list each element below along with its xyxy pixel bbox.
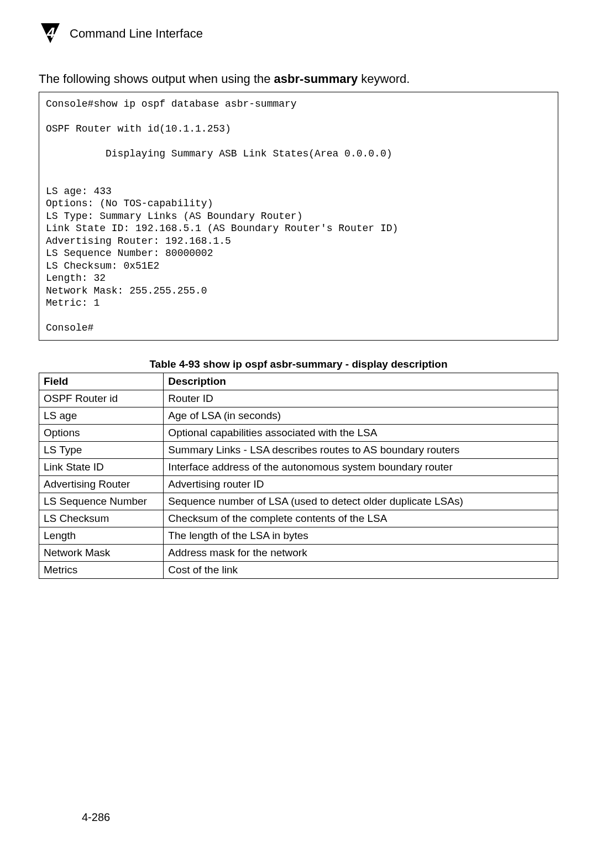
table-cell-field: LS Checksum	[39, 510, 164, 527]
table-cell-description: Sequence number of LSA (used to detect o…	[164, 493, 558, 510]
table-header-description: Description	[164, 373, 558, 390]
description-table: Field Description OSPF Router id Router …	[39, 373, 558, 579]
intro-keyword: asbr-summary	[274, 72, 358, 86]
table-row: Link State ID Interface address of the a…	[39, 458, 558, 475]
table-cell-field: OSPF Router id	[39, 390, 164, 407]
intro-prefix: The following shows output when using th…	[39, 72, 274, 86]
table-row: LS Sequence Number Sequence number of LS…	[39, 493, 558, 510]
table-row: Advertising Router Advertising router ID	[39, 475, 558, 493]
table-cell-field: Metrics	[39, 561, 164, 578]
table-cell-field: LS Type	[39, 441, 164, 458]
table-row: Options Optional capabilities associated…	[39, 424, 558, 441]
table-row: Network Mask Address mask for the networ…	[39, 544, 558, 561]
table-cell-description: Router ID	[164, 390, 558, 407]
table-cell-field: Link State ID	[39, 458, 164, 475]
table-row: Metrics Cost of the link	[39, 561, 558, 578]
table-cell-field: LS Sequence Number	[39, 493, 164, 510]
table-cell-field: Options	[39, 424, 164, 441]
table-cell-description: Age of LSA (in seconds)	[164, 407, 558, 424]
table-row: LS Type Summary Links - LSA describes ro…	[39, 441, 558, 458]
header-title: Command Line Interface	[70, 27, 203, 41]
table-header-field: Field	[39, 373, 164, 390]
table-row: OSPF Router id Router ID	[39, 390, 558, 407]
intro-suffix: keyword.	[358, 72, 410, 86]
console-output: Console#show ip ospf database asbr-summa…	[39, 92, 558, 341]
intro-text: The following shows output when using th…	[39, 72, 558, 86]
table-cell-field: Advertising Router	[39, 475, 164, 493]
table-row: LS Checksum Checksum of the complete con…	[39, 510, 558, 527]
table-cell-description: Cost of the link	[164, 561, 558, 578]
table-header-row: Field Description	[39, 373, 558, 390]
table-cell-description: Optional capabilities associated with th…	[164, 424, 558, 441]
table-row: LS age Age of LSA (in seconds)	[39, 407, 558, 424]
table-row: Length The length of the LSA in bytes	[39, 527, 558, 544]
chapter-number-icon: 4	[39, 22, 62, 45]
table-cell-field: Length	[39, 527, 164, 544]
table-cell-description: Interface address of the autonomous syst…	[164, 458, 558, 475]
page-number: 4-286	[82, 811, 110, 824]
table-cell-field: LS age	[39, 407, 164, 424]
table-cell-description: The length of the LSA in bytes	[164, 527, 558, 544]
table-caption: Table 4-93 show ip ospf asbr-summary - d…	[39, 358, 558, 370]
table-cell-field: Network Mask	[39, 544, 164, 561]
table-cell-description: Checksum of the complete contents of the…	[164, 510, 558, 527]
page-header: 4 Command Line Interface	[39, 22, 558, 45]
table-cell-description: Address mask for the network	[164, 544, 558, 561]
table-cell-description: Summary Links - LSA describes routes to …	[164, 441, 558, 458]
table-cell-description: Advertising router ID	[164, 475, 558, 493]
chapter-number-text: 4	[46, 24, 55, 41]
